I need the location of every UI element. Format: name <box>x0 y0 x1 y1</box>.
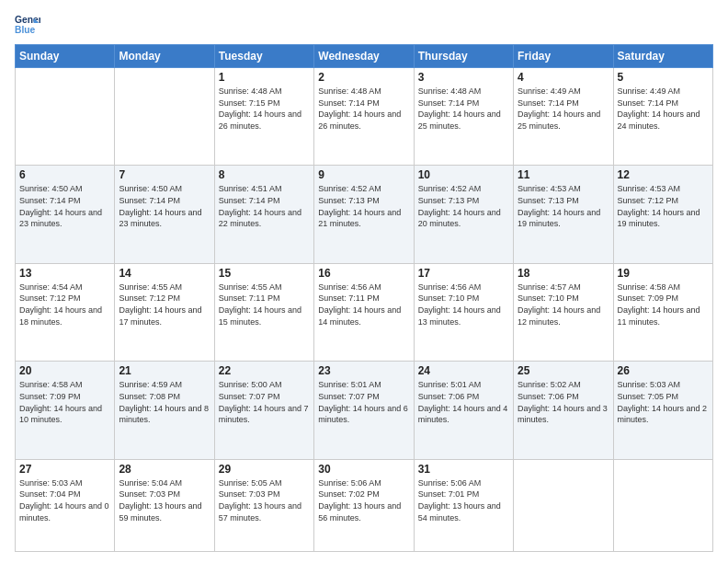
day-number: 16 <box>318 267 409 280</box>
calendar-cell: 16Sunrise: 4:56 AM Sunset: 7:11 PM Dayli… <box>314 263 414 361</box>
weekday-header-wednesday: Wednesday <box>314 45 414 68</box>
day-number: 29 <box>219 463 310 476</box>
calendar-cell: 18Sunrise: 4:57 AM Sunset: 7:10 PM Dayli… <box>514 263 613 361</box>
calendar-cell <box>514 459 613 551</box>
day-number: 19 <box>618 267 709 280</box>
calendar-week-2: 6Sunrise: 4:50 AM Sunset: 7:14 PM Daylig… <box>16 166 713 263</box>
calendar-cell: 13Sunrise: 4:54 AM Sunset: 7:12 PM Dayli… <box>16 263 115 361</box>
calendar-cell: 31Sunrise: 5:06 AM Sunset: 7:01 PM Dayli… <box>414 459 513 551</box>
weekday-header-monday: Monday <box>115 45 214 68</box>
logo-icon: General Blue <box>15 11 40 37</box>
calendar-cell: 6Sunrise: 4:50 AM Sunset: 7:14 PM Daylig… <box>16 166 115 263</box>
calendar-cell: 2Sunrise: 4:48 AM Sunset: 7:14 PM Daylig… <box>314 68 414 166</box>
cell-info: Sunrise: 5:05 AM Sunset: 7:03 PM Dayligh… <box>219 477 310 523</box>
calendar-cell: 1Sunrise: 4:48 AM Sunset: 7:15 PM Daylig… <box>214 68 313 166</box>
day-number: 30 <box>318 463 409 476</box>
day-number: 12 <box>618 168 709 181</box>
cell-info: Sunrise: 5:04 AM Sunset: 7:03 PM Dayligh… <box>119 477 210 523</box>
calendar-cell: 12Sunrise: 4:53 AM Sunset: 7:12 PM Dayli… <box>613 166 712 263</box>
weekday-header-tuesday: Tuesday <box>214 45 313 68</box>
weekday-header-saturday: Saturday <box>613 45 712 68</box>
calendar-cell: 15Sunrise: 4:55 AM Sunset: 7:11 PM Dayli… <box>214 263 313 361</box>
cell-info: Sunrise: 4:55 AM Sunset: 7:12 PM Dayligh… <box>119 282 210 327</box>
cell-info: Sunrise: 4:51 AM Sunset: 7:14 PM Dayligh… <box>219 183 310 229</box>
calendar-cell: 21Sunrise: 4:59 AM Sunset: 7:08 PM Dayli… <box>115 362 214 459</box>
day-number: 18 <box>518 267 609 280</box>
day-number: 28 <box>119 463 210 476</box>
calendar-cell: 30Sunrise: 5:06 AM Sunset: 7:02 PM Dayli… <box>314 459 414 551</box>
cell-info: Sunrise: 4:52 AM Sunset: 7:13 PM Dayligh… <box>418 183 509 229</box>
calendar-cell: 5Sunrise: 4:49 AM Sunset: 7:14 PM Daylig… <box>613 68 712 166</box>
calendar-cell: 24Sunrise: 5:01 AM Sunset: 7:06 PM Dayli… <box>414 362 513 459</box>
cell-info: Sunrise: 4:48 AM Sunset: 7:15 PM Dayligh… <box>219 86 310 132</box>
weekday-header-sunday: Sunday <box>16 45 115 68</box>
cell-info: Sunrise: 4:52 AM Sunset: 7:13 PM Dayligh… <box>318 183 409 229</box>
day-number: 22 <box>219 364 310 377</box>
day-number: 23 <box>318 364 409 377</box>
calendar-cell: 4Sunrise: 4:49 AM Sunset: 7:14 PM Daylig… <box>514 68 613 166</box>
calendar-week-4: 20Sunrise: 4:58 AM Sunset: 7:09 PM Dayli… <box>16 362 713 459</box>
cell-info: Sunrise: 4:50 AM Sunset: 7:14 PM Dayligh… <box>119 183 210 229</box>
calendar-cell: 26Sunrise: 5:03 AM Sunset: 7:05 PM Dayli… <box>613 362 712 459</box>
weekday-header-friday: Friday <box>514 45 613 68</box>
calendar-week-1: 1Sunrise: 4:48 AM Sunset: 7:15 PM Daylig… <box>16 68 713 166</box>
calendar-cell: 28Sunrise: 5:04 AM Sunset: 7:03 PM Dayli… <box>115 459 214 551</box>
cell-info: Sunrise: 5:03 AM Sunset: 7:04 PM Dayligh… <box>19 477 110 523</box>
calendar-cell: 23Sunrise: 5:01 AM Sunset: 7:07 PM Dayli… <box>314 362 414 459</box>
calendar-cell <box>115 68 214 166</box>
cell-info: Sunrise: 4:49 AM Sunset: 7:14 PM Dayligh… <box>518 86 609 132</box>
cell-info: Sunrise: 4:57 AM Sunset: 7:10 PM Dayligh… <box>518 282 609 327</box>
calendar-week-3: 13Sunrise: 4:54 AM Sunset: 7:12 PM Dayli… <box>16 263 713 361</box>
cell-info: Sunrise: 4:55 AM Sunset: 7:11 PM Dayligh… <box>219 282 310 327</box>
svg-text:General: General <box>15 15 40 25</box>
cell-info: Sunrise: 4:56 AM Sunset: 7:11 PM Dayligh… <box>318 282 409 327</box>
calendar-cell <box>613 459 712 551</box>
svg-text:Blue: Blue <box>15 25 36 35</box>
cell-info: Sunrise: 5:06 AM Sunset: 7:01 PM Dayligh… <box>418 477 509 523</box>
cell-info: Sunrise: 5:02 AM Sunset: 7:06 PM Dayligh… <box>518 379 609 425</box>
cell-info: Sunrise: 4:56 AM Sunset: 7:10 PM Dayligh… <box>418 282 509 327</box>
cell-info: Sunrise: 4:58 AM Sunset: 7:09 PM Dayligh… <box>618 282 709 327</box>
cell-info: Sunrise: 4:58 AM Sunset: 7:09 PM Dayligh… <box>19 379 110 425</box>
day-number: 31 <box>418 463 509 476</box>
cell-info: Sunrise: 4:50 AM Sunset: 7:14 PM Dayligh… <box>19 183 110 229</box>
day-number: 7 <box>119 168 210 181</box>
day-number: 1 <box>219 71 310 84</box>
day-number: 4 <box>518 71 609 84</box>
day-number: 5 <box>618 71 709 84</box>
day-number: 15 <box>219 267 310 280</box>
day-number: 13 <box>19 267 110 280</box>
calendar-header-row: SundayMondayTuesdayWednesdayThursdayFrid… <box>16 45 713 68</box>
calendar-cell: 20Sunrise: 4:58 AM Sunset: 7:09 PM Dayli… <box>16 362 115 459</box>
calendar-cell: 29Sunrise: 5:05 AM Sunset: 7:03 PM Dayli… <box>214 459 313 551</box>
calendar-cell: 7Sunrise: 4:50 AM Sunset: 7:14 PM Daylig… <box>115 166 214 263</box>
cell-info: Sunrise: 4:49 AM Sunset: 7:14 PM Dayligh… <box>618 86 709 132</box>
day-number: 20 <box>19 364 110 377</box>
cell-info: Sunrise: 5:06 AM Sunset: 7:02 PM Dayligh… <box>318 477 409 523</box>
day-number: 27 <box>19 463 110 476</box>
calendar-cell: 10Sunrise: 4:52 AM Sunset: 7:13 PM Dayli… <box>414 166 513 263</box>
calendar-cell: 11Sunrise: 4:53 AM Sunset: 7:13 PM Dayli… <box>514 166 613 263</box>
day-number: 25 <box>518 364 609 377</box>
day-number: 3 <box>418 71 509 84</box>
cell-info: Sunrise: 4:53 AM Sunset: 7:12 PM Dayligh… <box>618 183 709 229</box>
cell-info: Sunrise: 5:03 AM Sunset: 7:05 PM Dayligh… <box>618 379 709 425</box>
day-number: 14 <box>119 267 210 280</box>
calendar-table: SundayMondayTuesdayWednesdayThursdayFrid… <box>15 44 713 552</box>
cell-info: Sunrise: 4:48 AM Sunset: 7:14 PM Dayligh… <box>418 86 509 132</box>
day-number: 21 <box>119 364 210 377</box>
weekday-header-thursday: Thursday <box>414 45 513 68</box>
calendar-cell: 27Sunrise: 5:03 AM Sunset: 7:04 PM Dayli… <box>16 459 115 551</box>
cell-info: Sunrise: 4:59 AM Sunset: 7:08 PM Dayligh… <box>119 379 210 425</box>
cell-info: Sunrise: 5:00 AM Sunset: 7:07 PM Dayligh… <box>219 379 310 425</box>
day-number: 8 <box>219 168 310 181</box>
calendar-cell: 8Sunrise: 4:51 AM Sunset: 7:14 PM Daylig… <box>214 166 313 263</box>
day-number: 9 <box>318 168 409 181</box>
calendar-cell: 14Sunrise: 4:55 AM Sunset: 7:12 PM Dayli… <box>115 263 214 361</box>
day-number: 2 <box>318 71 409 84</box>
calendar-cell: 22Sunrise: 5:00 AM Sunset: 7:07 PM Dayli… <box>214 362 313 459</box>
day-number: 10 <box>418 168 509 181</box>
cell-info: Sunrise: 4:48 AM Sunset: 7:14 PM Dayligh… <box>318 86 409 132</box>
calendar-week-5: 27Sunrise: 5:03 AM Sunset: 7:04 PM Dayli… <box>16 459 713 551</box>
day-number: 6 <box>19 168 110 181</box>
